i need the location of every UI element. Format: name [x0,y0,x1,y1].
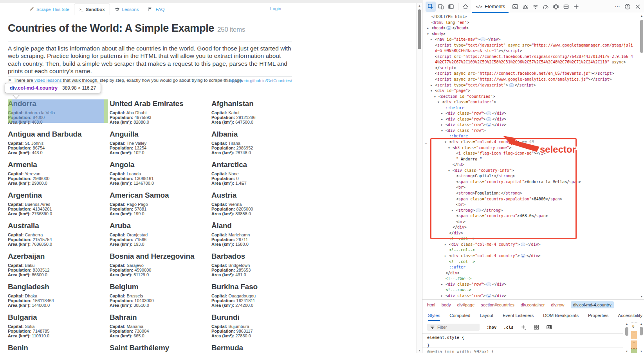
dom-tree-line[interactable]: ▶<div class="col-md-4 country">…</div> [422,242,639,248]
collapse-arrow-icon[interactable]: ▶ [452,208,456,214]
dom-tree-line[interactable]: <strong>Population:</strong> [422,191,639,196]
collapse-arrow-icon[interactable]: ▶ [431,83,435,88]
application-icon[interactable] [561,2,571,12]
dom-tree-line[interactable]: ▶<div class="row">…</div> [422,111,639,117]
expand-arrow-icon[interactable]: ▼ [448,145,453,151]
page-scrollbar-thumb[interactable] [418,9,421,49]
memory-icon[interactable] [551,2,561,12]
dom-tree-line[interactable]: <i class="flag-icon flag-icon-ad"></i> [422,151,639,157]
dom-tree-line[interactable]: <span class="country-capital">Andorra la… [422,179,639,185]
collapse-arrow-icon[interactable]: ▶ [441,282,446,288]
page-scrollbar[interactable]: ▲ ▼ [416,3,422,353]
inspect-icon[interactable] [426,2,436,12]
dom-tree-line[interactable]: </h3> [422,162,639,168]
scroll-down-arrow-icon[interactable]: ▼ [640,350,643,353]
expand-arrow-icon[interactable]: ▼ [431,88,435,94]
dom-tree-line[interactable]: <!DOCTYPE html> [422,14,639,20]
scroll-up-arrow-icon[interactable]: ▲ [640,322,643,325]
dom-tree-line[interactable]: " Andorra " [422,157,639,162]
collapse-arrow-icon[interactable]: ▶ [445,242,449,248]
tab-event-listeners[interactable]: Event Listeners [503,310,534,321]
breadcrumb-item[interactable]: div.row [551,303,564,307]
expand-arrow-icon[interactable]: ▼ [427,31,431,37]
new-style-rule-icon[interactable] [521,324,527,330]
dock-side-icon[interactable] [446,2,456,12]
dom-tree-line[interactable]: </div> [422,270,639,276]
dom-tree-line[interactable]: ▼<div id="page"> [422,88,639,94]
dom-tree-line[interactable]: ▶<head>…</head> [422,25,639,31]
styles-scrollbar-thumb[interactable] [625,327,628,336]
expand-arrow-icon[interactable]: ▼ [434,94,438,100]
class-toggle[interactable]: .cls [503,325,513,330]
expand-arrow-icon[interactable]: ▼ [445,139,449,145]
element-style-open[interactable]: element.style { [422,333,623,341]
dom-tree-line[interactable]: <script src="https://connect.facebook.ne… [422,54,639,60]
nav-item-sandbox[interactable]: >_Sandbox [74,4,110,15]
hint-link[interactable]: video lessons [34,78,62,83]
dom-tree-line[interactable]: ▶<div class="row">…</div> [422,122,639,128]
dom-tree-line[interactable]: ▶<nav id="site-nav">…</nav> [422,37,639,43]
dom-tree-line[interactable]: <script async src="https://www.google-an… [422,77,639,83]
inline-expand-icon[interactable]: … [486,112,491,115]
issues-icon[interactable] [520,2,530,12]
tab-layout[interactable]: Layout [480,310,493,321]
dom-tree-line[interactable]: 4%2C77%2C67%2C109%2C59%2C58%2C31%2C96%2C… [422,59,639,65]
login-link[interactable]: Login [270,6,281,11]
dom-tree-line[interactable]: ▼<div class="col-md-4 country"> == $0 [422,139,639,145]
scroll-down-arrow-icon[interactable]: ▼ [626,350,628,353]
dom-tree-line[interactable]: ▶<div class="row">…</div> [422,117,639,122]
inline-expand-icon[interactable]: … [486,123,491,126]
inline-expand-icon[interactable]: … [480,38,485,41]
inline-expand-icon[interactable]: … [486,117,491,121]
inline-expand-icon[interactable]: … [509,83,514,87]
collapse-arrow-icon[interactable]: ▶ [441,117,446,122]
nav-item-lessons[interactable]: Lessons [110,4,144,15]
styles-scrollbar[interactable]: ▲ ▼ [624,322,630,353]
dom-tree-line[interactable]: <span class="country-population">84000</… [422,196,639,202]
dom-tree-line[interactable]: </script> [422,65,639,71]
device-emulation-icon[interactable] [436,2,446,12]
scroll-down-arrow-icon[interactable]: ▼ [418,349,421,352]
console-icon[interactable] [510,2,520,12]
scroll-up-arrow-icon[interactable]: ▲ [626,322,628,325]
dom-tree-line[interactable]: </div> [422,231,639,236]
sidebar-scrollbar-thumb[interactable] [640,327,643,335]
home-icon[interactable] [460,2,471,12]
inline-expand-icon[interactable]: … [476,209,481,212]
dom-tree-line[interactable]: ▼<section id="countries"> [422,94,639,100]
dom-tree-line[interactable]: ::after [422,265,639,270]
dom-tree-line[interactable]: <script async src="https://connect.faceb… [422,71,639,77]
dom-tree-line[interactable]: ▶<strong>…</strong> [422,208,639,214]
collapse-arrow-icon[interactable]: ▶ [441,111,446,117]
add-panel-icon[interactable] [571,2,581,12]
collapse-arrow-icon[interactable]: ▶ [441,293,446,299]
inline-expand-icon[interactable]: … [446,26,451,30]
dom-tree-line[interactable]: <!--.col--> [422,236,639,242]
dom-tree-line[interactable]: ▼<h3 class="country-name"> [422,145,639,151]
dom-tree-line[interactable]: d=G-09N5RQCFG4&cx=c&_slc=1"></script> [422,48,639,54]
network-conditions-icon[interactable] [530,2,541,12]
tab-properties[interactable]: Properties [588,310,608,321]
inline-expand-icon[interactable]: … [486,283,491,286]
dom-tree-line[interactable]: <span class="country-area">468.0</span> [422,213,639,219]
dom-tree-line[interactable]: ::before [422,133,639,139]
dom-tree-line[interactable]: ▼<body> [422,31,639,37]
pseudo-state-toggle[interactable]: :hov [487,325,496,330]
breadcrumb-item[interactable]: html [427,303,435,307]
collapse-arrow-icon[interactable]: ▶ [441,122,446,128]
dom-tree-line[interactable]: </div> [422,225,639,231]
expand-arrow-icon[interactable]: ▼ [441,128,446,134]
scroll-up-arrow-icon[interactable]: ▲ [640,14,643,17]
tab-accessibility[interactable]: Accessibility [618,310,642,321]
collapse-arrow-icon[interactable]: ▶ [431,37,435,43]
dom-tree-line[interactable]: ▶<script type="text/javascript">…</scrip… [422,83,639,88]
dom-tree-line[interactable]: <!--.row--> [422,276,639,282]
nav-item-scrape-this-site[interactable]: Scrape This Site [24,4,74,15]
breadcrumb-item[interactable]: section#countries [481,303,514,307]
performance-icon[interactable] [541,2,551,12]
dom-tree-scrollbar[interactable]: ▲ ▼ [639,13,644,299]
dom-tree-line[interactable]: <br> [422,219,639,225]
tab-computed[interactable]: Computed [449,310,470,321]
dom-tree-line[interactable]: ▼<div class="row"> [422,128,639,134]
dom-tree-line[interactable]: <!--.row--> [422,287,639,293]
